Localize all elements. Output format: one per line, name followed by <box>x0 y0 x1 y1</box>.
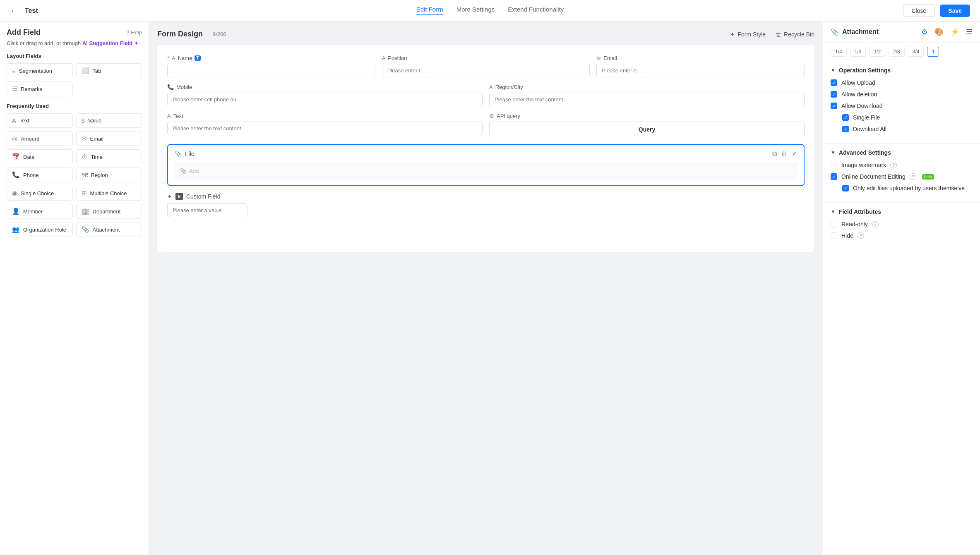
ai-star-icon: ✦ <box>134 40 139 46</box>
close-button[interactable]: Close <box>903 5 935 17</box>
gear-icon[interactable]: ⚙ <box>921 27 928 36</box>
layout-fields-grid: ≡ Segmentation ⬜ Tab ☰ Remarks <box>7 63 142 96</box>
single-file-checkbox[interactable] <box>842 114 849 121</box>
ai-suggestion-link[interactable]: AI Suggestion Field <box>82 40 132 46</box>
hide-help-icon[interactable]: ? <box>858 232 864 239</box>
field-item-remarks[interactable]: ☰ Remarks <box>7 81 73 96</box>
name-field: * A Name T <box>167 55 375 77</box>
hide-checkbox[interactable] <box>831 232 837 239</box>
phone-icon: 📞 <box>12 171 20 179</box>
download-all-checkbox[interactable] <box>842 126 849 132</box>
only-edit-own-row: Only edit files uploaded by users themse… <box>842 185 973 191</box>
recycle-bin-label: Recycle Bin <box>784 31 814 38</box>
field-label: Value <box>88 117 101 124</box>
tab-more-settings[interactable]: More Settings <box>456 6 495 15</box>
help-button[interactable]: ? Help <box>126 29 142 36</box>
online-editing-checkbox[interactable] <box>831 173 837 180</box>
custom-magic-icon: ✦ <box>167 193 172 200</box>
allow-deletion-checkbox[interactable] <box>831 91 837 98</box>
width-1-4[interactable]: 1/4 <box>831 47 847 57</box>
allow-upload-checkbox[interactable] <box>831 79 837 86</box>
mobile-field: 📞 Mobile <box>167 84 483 106</box>
back-button[interactable]: ← <box>10 6 18 15</box>
form-style-button[interactable]: ✦ Form Style <box>730 31 766 38</box>
field-item-phone[interactable]: 📞 Phone <box>7 167 73 182</box>
advanced-settings-header[interactable]: ▼ Advanced Settings <box>831 149 973 156</box>
form-design-count: 9/200 <box>213 31 226 37</box>
palette-icon[interactable]: 🎨 <box>934 27 944 36</box>
online-editing-help-icon[interactable]: ? <box>910 173 916 180</box>
field-item-value[interactable]: $ Value <box>76 113 142 128</box>
field-attributes-header[interactable]: ▼ Field Attributes <box>831 208 973 215</box>
field-item-text[interactable]: A Text <box>7 113 73 128</box>
field-item-date[interactable]: 📅 Date <box>7 149 73 164</box>
tab-icon: ⬜ <box>82 67 89 74</box>
delete-icon[interactable]: 🗑 <box>781 150 788 158</box>
org-role-icon: 👥 <box>12 226 20 233</box>
field-label: Email <box>90 136 104 142</box>
file-label: 📎 File <box>175 151 195 157</box>
nav-tabs: Edit Form More Settings Extend Functiona… <box>416 6 564 15</box>
query-button[interactable]: Query <box>489 122 805 137</box>
field-label: Single Choice <box>21 190 54 196</box>
allow-download-row: Allow Download <box>831 103 973 109</box>
width-1-3[interactable]: 1/3 <box>850 47 866 57</box>
field-item-attachment[interactable]: 📎 Attachment <box>76 222 142 237</box>
field-item-multiple-choice[interactable]: ⊞ Multiple Choice <box>76 186 142 201</box>
text-input[interactable] <box>167 122 483 135</box>
lightning-icon[interactable]: ⚡ <box>950 27 959 36</box>
custom-field-input[interactable] <box>167 203 247 217</box>
region-city-input[interactable] <box>489 93 805 106</box>
region-city-label: A Region/City <box>489 84 805 90</box>
field-item-amount[interactable]: ◎ Amount <box>7 131 73 146</box>
field-item-segmentation[interactable]: ≡ Segmentation <box>7 63 73 78</box>
single-file-row: Single File <box>842 114 973 121</box>
field-item-department[interactable]: 🏢 Department <box>76 204 142 219</box>
save-button[interactable]: Save <box>940 5 970 17</box>
region-icon: 🗺 <box>82 172 88 179</box>
field-item-member[interactable]: 👤 Member <box>7 204 73 219</box>
field-item-region[interactable]: 🗺 Region <box>76 167 142 182</box>
custom-field-label: Custom Field <box>186 193 220 200</box>
menu-icon[interactable]: ☰ <box>966 27 973 36</box>
image-watermark-help-icon[interactable]: ? <box>890 162 897 168</box>
form-design-header: Form Design 9/200 ✦ Form Style 🗑 Recycle… <box>157 30 814 38</box>
field-item-org-role[interactable]: 👥 Organization Role <box>7 222 73 237</box>
file-field-header: 📎 File ⧉ 🗑 ✓ <box>175 150 797 158</box>
tab-extend-functionality[interactable]: Extend Functionality <box>508 6 564 15</box>
field-item-tab[interactable]: ⬜ Tab <box>76 63 142 78</box>
field-label: Region <box>91 172 108 178</box>
file-add-button[interactable]: 📎 Add <box>175 162 797 180</box>
read-only-checkbox[interactable] <box>831 221 837 227</box>
copy-icon[interactable]: ⧉ <box>772 150 777 158</box>
image-watermark-checkbox[interactable] <box>831 162 837 168</box>
region-city-field: A Region/City <box>489 84 805 106</box>
mobile-input[interactable] <box>167 93 483 106</box>
field-label: Date <box>23 154 34 160</box>
tab-edit-form[interactable]: Edit Form <box>416 6 443 15</box>
recycle-bin-button[interactable]: 🗑 Recycle Bin <box>776 31 814 38</box>
email-input[interactable] <box>596 64 805 77</box>
read-only-help-icon[interactable]: ? <box>872 221 879 227</box>
field-label: Segmentation <box>19 68 52 74</box>
allow-download-checkbox[interactable] <box>831 103 837 109</box>
width-2-3[interactable]: 2/3 <box>889 47 905 57</box>
width-3-4[interactable]: 3/4 <box>908 47 924 57</box>
only-edit-own-checkbox[interactable] <box>842 185 849 191</box>
position-input[interactable] <box>382 64 590 77</box>
name-label: * A Name T <box>167 55 375 61</box>
online-editing-label: Online Document Editing <box>841 173 906 180</box>
help-label: Help <box>131 29 142 36</box>
field-item-email[interactable]: ✉ Email <box>76 131 142 146</box>
width-1-2[interactable]: 1/2 <box>869 47 885 57</box>
field-item-single-choice[interactable]: ◉ Single Choice <box>7 186 73 201</box>
confirm-icon[interactable]: ✓ <box>792 150 797 158</box>
custom-field-header: ✦ 6 Custom Field <box>167 193 805 200</box>
name-input[interactable] <box>167 64 375 77</box>
collapse-attrs-icon: ▼ <box>831 209 836 215</box>
segmentation-icon: ≡ <box>12 67 16 74</box>
width-1[interactable]: 1 <box>927 47 939 57</box>
collapse-icon: ▼ <box>831 67 836 73</box>
field-item-time[interactable]: ⏱ Time <box>76 149 142 164</box>
operation-settings-header[interactable]: ▼ Operation Settings <box>831 67 973 74</box>
